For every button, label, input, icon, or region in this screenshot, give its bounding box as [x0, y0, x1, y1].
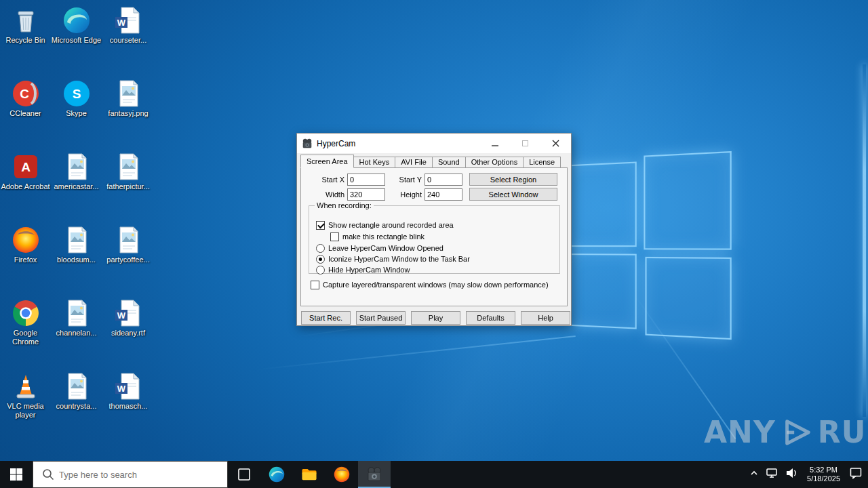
taskbar-firefox-button[interactable]: [326, 461, 358, 488]
window-title: HyperCam: [317, 139, 355, 148]
start-x-label: Start X: [313, 174, 344, 186]
desktop-icon-vlc[interactable]: VLC media player: [1, 371, 51, 445]
hide-window-radio[interactable]: Hide HyperCam Window: [316, 265, 410, 274]
action-center-icon: [849, 466, 863, 480]
search-input[interactable]: [33, 462, 227, 487]
start-rec-button[interactable]: Start Rec.: [301, 311, 351, 325]
taskbar-clock[interactable]: 5:32 PM 5/18/2025: [804, 466, 843, 483]
option-label: Leave HyperCam Window Opened: [328, 244, 443, 252]
desktop-icon-countrysta-image[interactable]: countrysta...: [52, 371, 102, 445]
show-rectangle-checkbox[interactable]: Show rectangle around recorded area: [316, 220, 454, 230]
taskbar-search[interactable]: [33, 461, 228, 488]
edge-icon: [268, 466, 285, 483]
hypercam-window: HyperCam Screen Area Hot Keys AVI File S…: [296, 133, 572, 326]
start-button[interactable]: [0, 461, 33, 488]
start-y-label: Start Y: [391, 174, 422, 186]
tab-other-options[interactable]: Other Options: [466, 157, 524, 168]
tab-license[interactable]: License: [524, 157, 561, 168]
desktop-icon-recycle-bin[interactable]: Recycle Bin: [1, 5, 51, 79]
wallpaper-window-logo: [559, 144, 741, 344]
desktop-icon-label: americastar...: [52, 182, 102, 191]
leave-window-opened-radio[interactable]: Leave HyperCam Window Opened: [316, 243, 443, 253]
clock-time: 5:32 PM: [807, 466, 840, 474]
word-document-icon: [113, 298, 143, 328]
tray-volume-button[interactable]: [785, 466, 798, 483]
tray-show-hidden-icons[interactable]: [749, 468, 759, 481]
option-label: make this rectangle blink: [342, 232, 425, 241]
desktop-icon-ccleaner[interactable]: CCleaner: [1, 79, 51, 152]
desktop-icon-skype[interactable]: Skype: [52, 79, 102, 152]
tab-avi-file[interactable]: AVI File: [395, 157, 433, 168]
start-x-input[interactable]: [347, 174, 385, 186]
tab-hot-keys[interactable]: Hot Keys: [354, 157, 396, 168]
ccleaner-icon: [11, 79, 41, 108]
iconize-window-radio[interactable]: Iconize HyperCam Window to the Task Bar: [316, 254, 470, 264]
blink-rectangle-checkbox[interactable]: make this rectangle blink: [330, 232, 425, 241]
edge-icon: [62, 5, 92, 35]
height-label: Height: [391, 188, 422, 201]
tab-screen-area[interactable]: Screen Area: [300, 155, 354, 168]
desktop-icon-google-chrome[interactable]: Google Chrome: [1, 298, 51, 371]
image-file-icon: [113, 225, 143, 255]
desktop-icon-label: Microsoft Edge: [52, 36, 102, 45]
speaker-icon: [785, 466, 798, 480]
wallpaper-edge-beam: [863, 64, 866, 417]
checkbox-unchecked-icon: [330, 232, 339, 241]
desktop-icon-channelan-image[interactable]: channelan...: [52, 298, 102, 371]
taskbar-file-explorer-button[interactable]: [293, 461, 326, 488]
start-y-input[interactable]: [425, 174, 462, 186]
desktop-icon-microsoft-edge[interactable]: Microsoft Edge: [52, 5, 102, 79]
anyrun-watermark: ANY RUN: [704, 415, 868, 449]
desktop-icon-firefox[interactable]: Firefox: [1, 225, 51, 298]
start-paused-button[interactable]: Start Paused: [356, 311, 406, 325]
desktop-icon-grid: Recycle Bin Microsoft Edge courseter... …: [0, 5, 156, 445]
width-input[interactable]: [347, 188, 385, 201]
when-recording-label: When recording:: [315, 201, 374, 209]
desktop-icon-bloodsum-image[interactable]: bloodsum...: [52, 225, 102, 298]
desktop-icon-label: partycoffee...: [103, 256, 153, 264]
task-view-button[interactable]: [228, 461, 260, 488]
image-file-icon: [62, 371, 92, 401]
image-file-icon: [113, 152, 143, 182]
when-recording-group: When recording: Show rectangle around re…: [309, 201, 560, 274]
watermark-run-text: RUN: [818, 415, 868, 449]
watermark-any-text: ANY: [704, 415, 776, 449]
desktop-icon-courseter-doc[interactable]: courseter...: [103, 5, 153, 79]
desktop-icon-americastar-image[interactable]: americastar...: [52, 152, 102, 225]
desktop-icon-label: Google Chrome: [1, 329, 51, 346]
tray-network-button[interactable]: [765, 466, 778, 483]
capture-layered-checkbox[interactable]: Capture layered/transparent windows (may…: [311, 280, 549, 289]
desktop-icon-adobe-acrobat[interactable]: Adobe Acrobat: [1, 152, 51, 225]
desktop-icon-label: thomasch...: [103, 402, 153, 411]
desktop-icon-thomasch-doc[interactable]: thomasch...: [103, 371, 153, 445]
desktop-icon-label: CCleaner: [1, 109, 51, 118]
anyrun-play-logo-icon: [780, 415, 814, 449]
close-button[interactable]: [540, 134, 571, 153]
defaults-button[interactable]: Defaults: [466, 311, 515, 325]
search-icon: [41, 468, 55, 481]
height-input[interactable]: [425, 188, 462, 201]
maximize-button[interactable]: [510, 134, 540, 153]
chrome-icon: [11, 298, 41, 328]
desktop-icon-partycoffee-image[interactable]: partycoffee...: [103, 225, 153, 298]
help-button[interactable]: Help: [521, 311, 570, 325]
minimize-button[interactable]: [479, 134, 510, 153]
desktop-icon-sideany-rtf[interactable]: sideany.rtf: [103, 298, 153, 371]
play-button[interactable]: Play: [411, 311, 460, 325]
hypercam-icon: [302, 138, 313, 149]
desktop-icon-label: Recycle Bin: [1, 36, 51, 45]
desktop-icon-label: bloodsum...: [52, 256, 102, 264]
option-label: Show rectangle around recorded area: [328, 221, 454, 229]
file-explorer-icon: [300, 466, 318, 483]
system-tray: 5:32 PM 5/18/2025: [749, 461, 868, 488]
desktop-icon-label: channelan...: [52, 329, 102, 338]
taskbar-edge-button[interactable]: [260, 461, 293, 488]
taskbar-hypercam-button[interactable]: [358, 461, 391, 488]
select-window-button[interactable]: Select Window: [469, 188, 557, 201]
action-center-button[interactable]: [849, 466, 863, 483]
desktop-icon-fantasyj-png[interactable]: fantasyj.png: [103, 79, 153, 152]
desktop-icon-fatherpictur-image[interactable]: fatherpictur...: [103, 152, 153, 225]
tab-sound[interactable]: Sound: [433, 157, 466, 168]
select-region-button[interactable]: Select Region: [469, 173, 557, 186]
wallpaper-light-streak: [252, 336, 576, 371]
